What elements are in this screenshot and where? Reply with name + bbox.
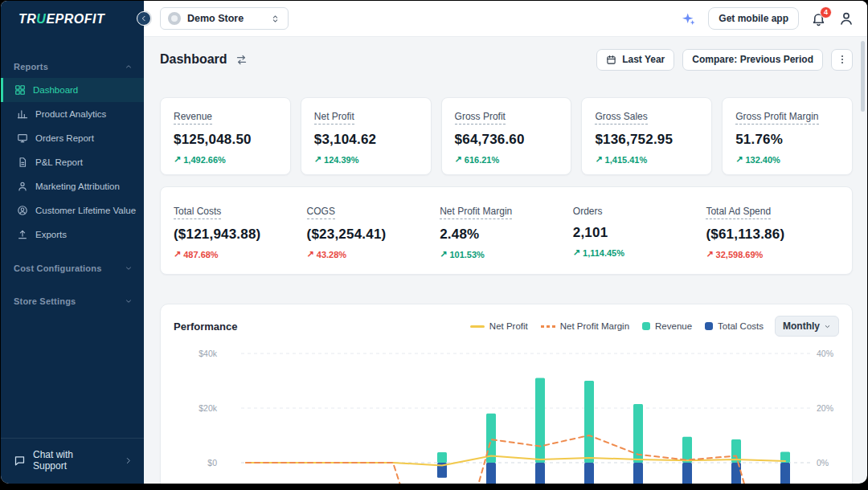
sidebar-item-label: Exports (35, 230, 67, 239)
metric-value: ($23,254.41) (307, 227, 440, 243)
line-yellow-swatch (470, 325, 485, 328)
metric-change-value: 1,415.41% (605, 155, 648, 165)
svg-text:20%: 20% (817, 403, 833, 413)
scrollbar-thumb[interactable] (861, 41, 865, 112)
sidebar-item-product-analytics[interactable]: Product Analytics (1, 102, 144, 126)
svg-text:$20k: $20k (199, 403, 218, 413)
chat-with-support-label: Chat with Support (33, 449, 109, 472)
metric-change-value: 132.40% (745, 155, 780, 165)
section-label: Store Settings (14, 296, 76, 306)
metric-card-total-costs: Total Costs($121,943.88)↗487.68% (174, 203, 307, 259)
metric-value: $3,104.62 (314, 132, 418, 148)
metric-label: Orders (573, 206, 603, 217)
logo-text: EPROFIT (46, 12, 104, 26)
metrics-row-1: Revenue$125,048.50↗1,492.66%Net Profit$3… (160, 97, 853, 175)
interval-select[interactable]: Monthly (775, 316, 839, 337)
metric-label[interactable]: Net Profit Margin (440, 206, 512, 219)
interval-label: Monthly (783, 321, 820, 332)
sidebar-item-label: Orders Report (35, 133, 94, 143)
bar-chart-icon (17, 108, 28, 120)
compare-button[interactable]: Compare: Previous Period (682, 49, 823, 71)
legend-net-profit-margin[interactable]: Net Profit Margin (541, 321, 629, 331)
logo-row: TRUEPROFIT (1, 1, 144, 38)
trend-up-icon: ↗ (440, 249, 447, 259)
chat-with-support[interactable]: Chat with Support (1, 438, 144, 484)
chevron-down-icon (125, 264, 133, 272)
metric-change-value: 487.68% (183, 250, 218, 259)
legend-total-costs[interactable]: Total Costs (705, 321, 764, 331)
svg-text:0%: 0% (817, 458, 829, 468)
swap-arrows-icon[interactable] (235, 54, 248, 66)
legend-label: Total Costs (718, 321, 764, 331)
sidebar-item-orders-report[interactable]: Orders Report (1, 126, 144, 150)
logo-text: TR (18, 12, 36, 26)
store-logo-icon (168, 12, 181, 25)
sidebar-section-store-settings[interactable]: Store Settings (1, 290, 144, 312)
metric-value: 2,101 (573, 225, 706, 241)
notifications-button[interactable]: 4 (811, 11, 826, 27)
legend-net-profit[interactable]: Net Profit (470, 321, 528, 331)
performance-card: Performance Net ProfitNet Profit MarginR… (160, 304, 853, 484)
metric-card-gross-sales: Gross Sales$136,752.95↗1,415.41% (581, 97, 712, 175)
chevron-up-icon (125, 63, 133, 71)
topbar-right: Get mobile app 4 (681, 7, 854, 30)
svg-text:$0: $0 (207, 458, 217, 468)
legend-label: Revenue (655, 321, 692, 331)
upload-icon (17, 229, 28, 240)
trend-up-icon: ↗ (706, 249, 713, 259)
store-selector[interactable]: Demo Store (160, 7, 289, 30)
metric-card-orders: Orders2,101↗1,114.45% (573, 203, 706, 259)
metric-change: ↗1,492.66% (174, 154, 277, 165)
metric-change: ↗43.28% (307, 249, 440, 259)
metric-card-gross-profit: Gross Profit$64,736.60↗616.21% (441, 97, 572, 175)
sidebar-item-p-l-report[interactable]: P&L Report (1, 150, 144, 174)
page-title: Dashboard (160, 52, 227, 67)
metric-change: ↗616.21% (455, 154, 559, 165)
date-range-label: Last Year (622, 54, 665, 65)
metric-change-value: 1,114.45% (583, 248, 624, 258)
more-options-button[interactable] (831, 49, 853, 71)
metric-value: $136,752.95 (595, 132, 698, 148)
sidebar-item-marketing-attribution[interactable]: Marketing Attribution (1, 174, 144, 198)
person-icon (17, 181, 28, 192)
profile-button[interactable] (838, 10, 854, 27)
sidebar-item-exports[interactable]: Exports (1, 223, 144, 247)
sparkle-icon[interactable] (681, 11, 696, 27)
sidebar-item-label: Product Analytics (35, 109, 106, 119)
sidebar-item-dashboard[interactable]: Dashboard (1, 78, 144, 102)
sidebar-item-label: Marketing Attribution (35, 182, 120, 191)
sidebar-section-reports[interactable]: Reports (1, 55, 144, 78)
square-teal-swatch (642, 322, 650, 330)
metric-label[interactable]: Total Costs (174, 206, 221, 219)
metric-label[interactable]: COGS (307, 206, 335, 219)
sidebar-collapse-button[interactable] (137, 11, 151, 26)
metric-label[interactable]: Net Profit (314, 111, 354, 125)
trend-up-icon: ↗ (174, 249, 181, 259)
metric-label[interactable]: Total Ad Spend (706, 206, 771, 219)
performance-chart: $40k40%$20k20%$00% (174, 343, 842, 484)
metric-label[interactable]: Gross Sales (595, 111, 647, 125)
chart-header: Performance Net ProfitNet Profit MarginR… (174, 316, 839, 337)
notification-badge: 4 (820, 6, 832, 18)
legend-revenue[interactable]: Revenue (642, 321, 692, 331)
legend-label: Net Profit (489, 321, 528, 331)
sidebar-section-cost-configurations[interactable]: Cost Configurations (1, 257, 144, 280)
sidebar-nav: ReportsDashboardProduct AnalyticsOrders … (1, 38, 144, 312)
metric-change: ↗487.68% (174, 249, 307, 259)
get-mobile-app-button[interactable]: Get mobile app (708, 7, 799, 30)
metric-label[interactable]: Revenue (174, 111, 212, 125)
metric-label[interactable]: Gross Profit Margin (735, 111, 818, 125)
dash-orange-swatch (541, 325, 555, 328)
metric-change: ↗132.40% (735, 154, 839, 165)
logo-text: U (36, 12, 46, 26)
date-range-button[interactable]: Last Year (596, 49, 674, 71)
sidebar-item-customer-lifetime-value[interactable]: Customer Lifetime Value (1, 198, 144, 223)
metric-card-revenue: Revenue$125,048.50↗1,492.66% (160, 97, 291, 175)
metric-change: ↗124.39% (314, 154, 418, 165)
metric-label[interactable]: Gross Profit (455, 111, 506, 125)
monitor-icon (17, 133, 28, 144)
document-icon (17, 157, 28, 168)
store-selector-value: Demo Store (187, 13, 264, 24)
trend-up-icon: ↗ (455, 154, 462, 165)
user-icon (838, 10, 854, 27)
